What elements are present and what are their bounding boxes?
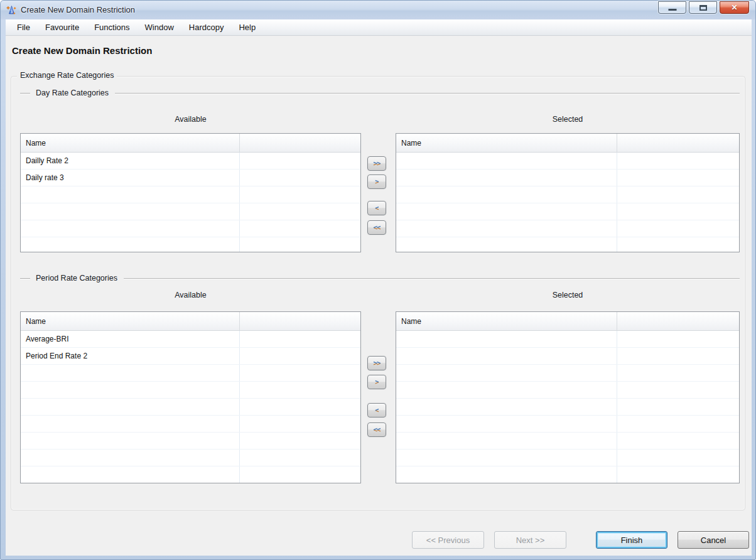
cell-name — [21, 382, 240, 398]
table-body: Average-BRIPeriod End Rate 2 — [21, 331, 360, 483]
cell-name — [396, 170, 617, 186]
day-move-left-button[interactable]: < — [367, 201, 386, 215]
cell-extra — [240, 331, 360, 347]
period-move-all-right-button[interactable]: >> — [367, 356, 386, 370]
period-available-list[interactable]: Name Average-BRIPeriod End Rate 2 — [20, 311, 361, 483]
cell-name — [21, 186, 240, 203]
period-move-left-button[interactable]: < — [367, 403, 386, 417]
cell-extra — [240, 220, 360, 237]
table-row[interactable]: Period End Rate 2 — [21, 348, 360, 365]
window-title: Create New Domain Restriction — [21, 5, 135, 14]
table-row — [396, 203, 739, 220]
column-header-name: Name — [396, 312, 617, 330]
cell-name — [21, 237, 240, 252]
column-header-name: Name — [21, 134, 240, 152]
title-bar[interactable]: 3 Create New Domain Restriction ✕ — [1, 1, 755, 19]
day-move-right-button[interactable]: > — [367, 175, 386, 189]
cell-name — [396, 153, 617, 169]
close-icon: ✕ — [720, 3, 748, 12]
cell-name — [396, 433, 617, 449]
cell-name — [21, 416, 240, 432]
window-controls: ✕ — [658, 1, 749, 14]
cell-name — [396, 220, 617, 237]
cell-extra — [617, 186, 739, 203]
cell-extra — [240, 416, 360, 432]
cell-name: Dailly Rate 2 — [21, 153, 240, 169]
table-row — [396, 416, 739, 433]
day-available-list[interactable]: Name Dailly Rate 2Daily rate 3 — [20, 133, 361, 252]
close-button[interactable]: ✕ — [720, 1, 749, 14]
double-chevron-left-icon: << — [373, 426, 380, 434]
cancel-button[interactable]: Cancel — [678, 531, 749, 549]
table-row — [396, 450, 739, 466]
cell-name: Daily rate 3 — [21, 170, 240, 186]
cell-extra — [617, 433, 739, 449]
table-header: Name — [396, 134, 739, 153]
cell-extra — [617, 203, 739, 220]
separator-line — [124, 278, 740, 279]
menu-item-window[interactable]: Window — [138, 20, 181, 35]
separator-dash — [20, 278, 30, 279]
table-row — [21, 450, 360, 466]
period-selected-caption: Selected — [396, 291, 740, 299]
cell-extra — [617, 416, 739, 432]
maximize-icon — [699, 5, 707, 11]
cell-extra — [617, 382, 739, 398]
table-row[interactable]: Daily rate 3 — [21, 170, 360, 186]
app-window: 3 Create New Domain Restriction ✕ File F… — [0, 0, 756, 560]
period-rate-categories-separator: Period Rate Categories — [20, 274, 740, 283]
menu-bar: File Favourite Functions Window Hardcopy… — [6, 19, 752, 36]
table-row — [21, 203, 360, 220]
menu-item-functions[interactable]: Functions — [87, 20, 137, 35]
page-title: Create New Domain Restriction — [12, 45, 152, 56]
cell-extra — [240, 450, 360, 466]
table-row[interactable]: Average-BRI — [21, 331, 360, 348]
table-row — [396, 433, 739, 450]
table-row — [396, 153, 739, 170]
table-row — [396, 186, 739, 203]
minimize-button[interactable] — [658, 1, 686, 14]
cell-name — [396, 450, 617, 466]
cell-extra — [240, 382, 360, 398]
day-available-caption: Available — [20, 115, 361, 124]
maximize-button[interactable] — [689, 1, 717, 14]
table-row — [396, 237, 739, 252]
cell-name — [396, 348, 617, 364]
table-row[interactable]: Dailly Rate 2 — [21, 153, 360, 170]
cell-extra — [240, 203, 360, 220]
period-selected-list[interactable]: Name — [396, 311, 740, 483]
cell-name — [21, 365, 240, 381]
cell-name — [396, 382, 617, 398]
table-row — [396, 348, 739, 365]
menu-item-hardcopy[interactable]: Hardcopy — [181, 20, 232, 35]
menu-item-help[interactable]: Help — [231, 20, 263, 35]
menu-item-file[interactable]: File — [9, 20, 38, 35]
chevron-right-icon: > — [375, 378, 379, 386]
day-selected-list[interactable]: Name — [396, 133, 740, 252]
day-selected-caption: Selected — [396, 115, 740, 124]
day-move-all-right-button[interactable]: >> — [367, 156, 386, 171]
period-move-all-left-button[interactable]: << — [367, 423, 386, 437]
cell-name — [396, 186, 617, 203]
menu-item-favourite[interactable]: Favourite — [38, 20, 87, 35]
table-row — [396, 365, 739, 382]
double-chevron-right-icon: >> — [373, 359, 380, 367]
column-header-extra — [240, 134, 360, 152]
table-row — [396, 466, 739, 483]
cell-extra — [617, 466, 739, 483]
table-row — [396, 382, 739, 399]
cell-name — [21, 399, 240, 415]
cell-name — [396, 203, 617, 220]
cell-name — [21, 203, 240, 220]
table-row — [21, 186, 360, 203]
finish-button[interactable]: Finish — [596, 531, 667, 549]
column-header-name: Name — [396, 134, 617, 152]
table-row — [21, 399, 360, 416]
cell-name — [396, 237, 617, 252]
cell-extra — [617, 170, 739, 186]
column-header-extra — [617, 134, 739, 152]
day-move-all-left-button[interactable]: << — [367, 220, 386, 235]
cell-name — [396, 399, 617, 415]
section-label-day: Day Rate Categories — [36, 89, 109, 97]
period-move-right-button[interactable]: > — [367, 375, 386, 389]
